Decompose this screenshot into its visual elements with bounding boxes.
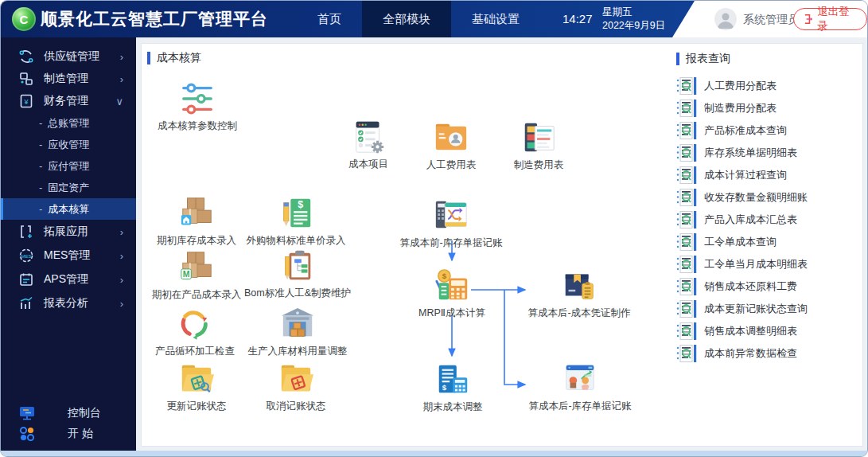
svg-text:$: $ — [298, 199, 303, 210]
sidebar-item-supply-chain[interactable]: 供应链管理 › — [1, 45, 136, 68]
subitem-label: 应收管理 — [48, 138, 89, 152]
manufacture-icon — [18, 71, 34, 87]
logout-door-icon — [803, 14, 813, 25]
report-item-inventory-doc-detail[interactable]: 库存系统单据明细表 — [676, 142, 859, 164]
folder-stamp-red-icon — [278, 361, 314, 397]
folder-stamp-green-icon — [178, 361, 215, 397]
app-pre-costing-inventory-posting[interactable]: 算成本前-库存单据记账 — [383, 197, 519, 250]
sidebar-item-label: APS管理 — [44, 272, 88, 287]
report-item-sales-cost-adjust-detail[interactable]: 销售成本调整明细表 — [676, 320, 859, 342]
chevron-right-icon: › — [120, 274, 123, 286]
app-purchased-material-std-price-entry[interactable]: $ 外购物料标准单价录入 — [228, 195, 364, 248]
nav-home[interactable]: 首页 — [297, 1, 362, 37]
clipboard-pencil-icon — [279, 248, 316, 284]
calculator-coin-icon: $ — [434, 268, 470, 304]
sidebar-item-report-analysis[interactable]: 报表分析 › — [1, 291, 136, 315]
report-item-work-order-cost[interactable]: 工令单成本查询 — [676, 231, 859, 253]
report-item-labor-allocation[interactable]: 人工费用分配表 — [676, 75, 859, 97]
svg-text:M: M — [183, 269, 190, 279]
app-label: 算成本后-库存单据记账 — [528, 400, 631, 413]
chart-hand-icon — [562, 361, 598, 397]
document-search-icon — [676, 144, 697, 162]
chevron-right-icon: › — [120, 250, 123, 262]
logout-button[interactable]: 退出登录 — [793, 8, 867, 30]
document-search-icon — [676, 256, 697, 273]
user-avatar-icon[interactable] — [714, 8, 737, 30]
sidebar-item-mes[interactable]: MES MES管理 › — [1, 244, 136, 268]
bottom-strip — [1, 451, 867, 456]
sidebar-item-extended-apps[interactable]: 拓展应用 › — [1, 220, 136, 244]
app-label: 取消记账状态 — [267, 400, 326, 413]
subitem-label: 应付管理 — [48, 159, 89, 174]
sidebar-item-finance[interactable]: ¥ 财务管理 ∨ — [1, 90, 136, 112]
recycle-arrows-icon — [177, 306, 213, 342]
report-item-product-std-cost[interactable]: 产品标准成本查询 — [676, 119, 859, 142]
boxes-warehouse-icon — [178, 195, 215, 232]
report-label: 人工费用分配表 — [704, 79, 777, 93]
sidebar-item-manufacturing[interactable]: 制造管理 › — [1, 68, 136, 90]
app-label: 更新记账状态 — [167, 400, 227, 413]
report-item-mfg-allocation[interactable]: 制造费用分配表 — [676, 97, 859, 119]
app-label: Bom标准人工&制费维护 — [244, 287, 351, 300]
start-button[interactable]: 开 始 — [1, 424, 136, 444]
app-period-end-cost-adjustment[interactable]: $ 期末成本调整 — [385, 361, 520, 414]
title-accent-bar — [676, 53, 679, 65]
app-post-costing-voucher-creation[interactable]: 算成本后-成本凭证制作 — [512, 268, 647, 320]
sidebar-subitem-receivables[interactable]: - 应收管理 — [1, 134, 136, 155]
app-label: 生产入库材料用量调整 — [248, 345, 348, 358]
report-item-in-out-stock-ledger[interactable]: 收发存数量金额明细账 — [676, 186, 859, 209]
sidebar-item-label: 报表分析 — [44, 296, 88, 311]
report-label: 销售成本调整明细表 — [704, 324, 797, 338]
document-search-icon — [676, 77, 697, 95]
reports-section-title: 报表查询 — [676, 52, 859, 66]
sidebar-bottom: 控制台 开 始 — [1, 403, 136, 444]
app-window: C 顺景化工云智慧工厂管理平台 首页 全部模块 基础设置 14:27 星期五 2… — [0, 0, 868, 457]
sidebar-subitem-payables[interactable]: - 应付管理 — [1, 155, 136, 177]
report-item-inbound-cost-summary[interactable]: 产品入库成本汇总表 — [676, 209, 859, 231]
app-bom-std-labor-overhead-maintenance[interactable]: Bom标准人工&制费维护 — [230, 248, 365, 300]
report-item-work-order-month-detail[interactable]: 工令单当月成本明细表 — [676, 253, 859, 275]
mes-gear-icon: MES — [18, 248, 34, 264]
nav-basic-settings[interactable]: 基础设置 — [451, 1, 540, 37]
sidebar-item-aps[interactable]: APS管理 › — [1, 268, 136, 291]
start-label: 开 始 — [68, 427, 93, 441]
date-text: 2022年9月9日 — [602, 19, 665, 33]
app-label: MRPⅡ成本计算 — [418, 307, 485, 320]
username-text: 系统管理员 — [743, 1, 799, 37]
report-item-sales-cost-restore[interactable]: 销售成本还原料工费 — [676, 275, 859, 298]
console-button[interactable]: 控制台 — [1, 403, 136, 424]
app-label: 外购物料标准单价录入 — [247, 234, 346, 248]
app-manufacturing-cost-table[interactable]: 制造费用表 — [471, 119, 606, 172]
document-search-icon — [676, 211, 697, 228]
logout-label: 退出登录 — [817, 5, 858, 33]
document-search-icon — [676, 278, 697, 295]
app-mrp2-cost-calculation[interactable]: $ MRPⅡ成本计算 — [384, 268, 520, 320]
finance-icon: ¥ — [18, 93, 34, 109]
report-label: 库存系统单据明细表 — [704, 146, 797, 160]
app-label: 算成本后-成本凭证制作 — [527, 307, 630, 320]
app-production-inbound-material-adjust[interactable]: 生产入库材料用量调整 — [230, 306, 365, 358]
app-label: 期末成本调整 — [423, 400, 483, 414]
report-label: 产品入库成本汇总表 — [704, 213, 797, 227]
report-item-cost-calc-process[interactable]: 成本计算过程查询 — [676, 164, 859, 186]
report-item-pre-cost-anomaly-check[interactable]: 成本前异常数据检查 — [676, 342, 859, 365]
document-gear-icon — [350, 119, 387, 155]
subitem-label: 总账管理 — [48, 116, 89, 131]
subitem-label: 固定资产 — [48, 181, 89, 195]
nav-all-modules[interactable]: 全部模块 — [362, 1, 451, 37]
sidebar-subitem-general-ledger[interactable]: - 总账管理 — [1, 112, 136, 134]
app-cost-params-control[interactable]: 成本核算参数控制 — [141, 80, 265, 133]
box-voucher-icon — [561, 268, 597, 304]
sidebar-subitem-cost-accounting[interactable]: - 成本核算 — [1, 198, 136, 220]
main-panel: 成本核算 — [141, 43, 863, 447]
chevron-down-icon: ∨ — [115, 96, 123, 107]
app-cancel-posting-status[interactable]: 取消记账状态 — [228, 361, 364, 413]
report-item-posting-status-query[interactable]: 成本更新记账状态查询 — [676, 298, 859, 320]
chevron-right-icon: › — [120, 298, 123, 310]
app-post-costing-inventory-posting[interactable]: 算成本后-库存单据记账 — [512, 361, 648, 413]
report-label: 收发存数量金额明细账 — [704, 190, 808, 205]
supply-chain-icon — [18, 49, 34, 64]
top-nav: 首页 全部模块 基础设置 — [297, 1, 540, 37]
svg-text:$: $ — [442, 383, 447, 392]
sidebar-subitem-fixed-assets[interactable]: - 固定资产 — [1, 177, 136, 198]
